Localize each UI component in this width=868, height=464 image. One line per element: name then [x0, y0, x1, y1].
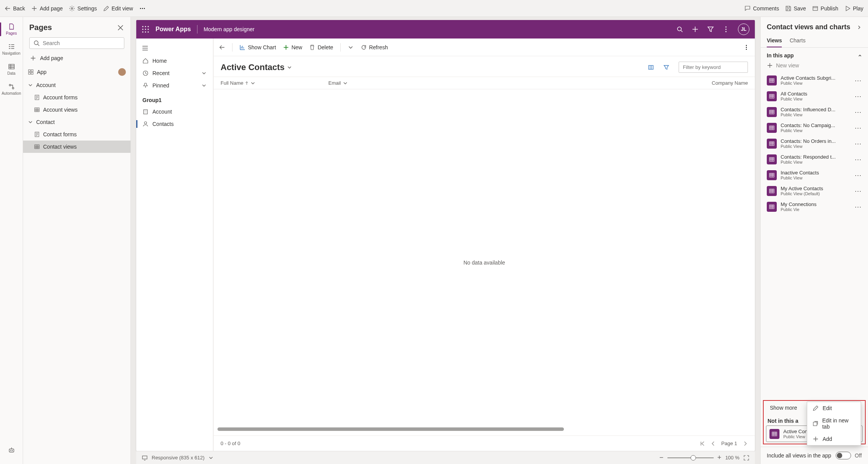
view-item[interactable]: My Active ContactsPublic View (Default) …	[764, 183, 865, 199]
show-chart-label: Show Chart	[248, 44, 276, 50]
play-button[interactable]: Play	[845, 5, 863, 12]
tree-contact-forms[interactable]: Contact forms	[23, 128, 130, 141]
add-page-button[interactable]: Add page	[31, 5, 63, 12]
rail-automation[interactable]: Automation	[0, 79, 23, 99]
more-icon[interactable]: ⋯	[855, 203, 862, 211]
view-item[interactable]: All ContactsPublic View ⋯	[764, 88, 865, 104]
menu-edit[interactable]: Edit	[807, 402, 861, 414]
chevron-down-icon	[28, 82, 33, 88]
show-chart-button[interactable]: Show Chart	[239, 44, 276, 50]
chevron-right-icon[interactable]	[856, 25, 862, 30]
rail-data[interactable]: Data	[0, 59, 23, 79]
svg-point-11	[34, 41, 38, 45]
chevron-down-icon[interactable]	[348, 44, 354, 50]
sm-contacts[interactable]: Contacts	[136, 118, 213, 130]
more-icon[interactable]: ⋯	[855, 187, 862, 195]
col-company[interactable]: Company Name	[390, 80, 748, 86]
col-email[interactable]: Email	[328, 80, 390, 86]
view-item[interactable]: Contacts: No Orders in...Public View ⋯	[764, 136, 865, 151]
app-preview: Power Apps Modern app designer JL	[136, 20, 755, 451]
menu-edit-new-tab[interactable]: Edit in new tab	[807, 414, 861, 433]
more-icon[interactable]: ⋯	[855, 155, 862, 164]
first-page-icon[interactable]	[700, 441, 705, 446]
rail-navigation[interactable]: Navigation	[0, 39, 23, 59]
funnel-icon[interactable]	[663, 64, 669, 70]
prev-page-icon[interactable]	[711, 441, 716, 446]
search-input[interactable]	[43, 40, 120, 46]
zoom-in[interactable]: +	[717, 454, 722, 462]
col-email-label: Email	[328, 80, 341, 86]
svg-point-35	[144, 122, 147, 124]
refresh-button[interactable]: Refresh	[361, 44, 388, 50]
filter-input[interactable]	[679, 62, 748, 73]
collapse-icon[interactable]	[858, 54, 862, 57]
edit-view-button[interactable]: Edit view	[103, 5, 133, 12]
tree-contact[interactable]: Contact	[23, 116, 130, 128]
zoom-out[interactable]: −	[659, 454, 664, 462]
rail-virtual-agent[interactable]	[0, 440, 23, 460]
svg-point-3	[144, 8, 145, 9]
new-button[interactable]: New	[283, 44, 302, 50]
back-arrow-icon[interactable]	[219, 44, 225, 50]
more-icon[interactable]: ⋯	[855, 171, 862, 179]
publish-button[interactable]: Publish	[812, 5, 838, 12]
tree-app[interactable]: App	[23, 65, 130, 79]
tree-contact-views[interactable]: Contact views	[23, 141, 130, 153]
search-icon[interactable]	[676, 26, 683, 33]
hamburger-icon[interactable]	[142, 45, 149, 52]
view-item[interactable]: Active Contacts Subgri...Public View ⋯	[764, 72, 865, 88]
menu-add[interactable]: Add	[807, 433, 861, 445]
sm-recent[interactable]: Recent	[136, 67, 213, 79]
save-button[interactable]: Save	[785, 5, 806, 12]
tree-account-forms[interactable]: Account forms	[23, 91, 130, 104]
plus-icon[interactable]	[692, 26, 699, 33]
more-icon[interactable]: ⋯	[855, 76, 862, 85]
sm-pinned[interactable]: Pinned	[136, 79, 213, 92]
funnel-icon[interactable]	[707, 26, 714, 33]
tab-views[interactable]: Views	[767, 34, 782, 47]
tree-account-views[interactable]: Account views	[23, 104, 130, 116]
settings-button[interactable]: Settings	[69, 5, 97, 12]
new-view-button[interactable]: New view	[761, 60, 868, 72]
view-grid-icon	[767, 91, 777, 101]
view-item[interactable]: My ConnectionsPublic Vie ⋯	[764, 199, 865, 214]
comments-button[interactable]: Comments	[744, 5, 779, 12]
fit-icon[interactable]	[743, 455, 749, 461]
rail-pages[interactable]: Pages	[0, 19, 23, 39]
waffle-icon[interactable]	[142, 25, 149, 33]
view-item[interactable]: Contacts: Responded t...Public View ⋯	[764, 151, 865, 167]
more-icon[interactable]: ⋯	[855, 124, 862, 132]
zoom-slider[interactable]	[667, 457, 714, 458]
delete-button[interactable]: Delete	[309, 44, 333, 50]
chevron-down-icon[interactable]	[208, 455, 214, 461]
sm-home[interactable]: Home	[136, 55, 213, 67]
toggle-off-label: Off	[855, 452, 862, 459]
more-icon[interactable]: ⋯	[855, 108, 862, 116]
more-vertical-icon[interactable]	[722, 26, 729, 33]
view-title[interactable]: Active Contacts	[221, 62, 292, 72]
include-toggle[interactable]	[836, 452, 851, 459]
tab-charts[interactable]: Charts	[789, 34, 805, 47]
user-avatar[interactable]: JL	[738, 23, 749, 35]
view-item[interactable]: Inactive ContactsPublic View ⋯	[764, 167, 865, 183]
horizontal-scrollbar[interactable]	[217, 427, 564, 431]
more-icon[interactable]: ⋯	[855, 92, 862, 101]
canvas-area: Power Apps Modern app designer JL	[131, 17, 760, 464]
pin-icon	[142, 82, 149, 89]
view-item[interactable]: Contacts: No Campaig...Public View ⋯	[764, 120, 865, 136]
more-vertical-icon[interactable]	[743, 44, 749, 50]
edit-columns-icon[interactable]	[648, 64, 654, 70]
view-item[interactable]: Contacts: Influenced D...Public View ⋯	[764, 104, 865, 120]
view-name: All Contacts	[781, 91, 851, 97]
search-input-wrap[interactable]	[29, 37, 124, 49]
page-icon	[8, 23, 15, 30]
overflow-button[interactable]	[139, 5, 146, 12]
sm-account[interactable]: Account	[136, 106, 213, 118]
tree-account[interactable]: Account	[23, 79, 130, 91]
add-page-link[interactable]: Add page	[23, 51, 130, 65]
more-icon[interactable]: ⋯	[855, 139, 862, 148]
col-fullname[interactable]: Full Name	[221, 80, 328, 86]
next-page-icon[interactable]	[743, 441, 748, 446]
back-button[interactable]: Back	[5, 5, 25, 12]
close-icon[interactable]	[117, 24, 124, 32]
